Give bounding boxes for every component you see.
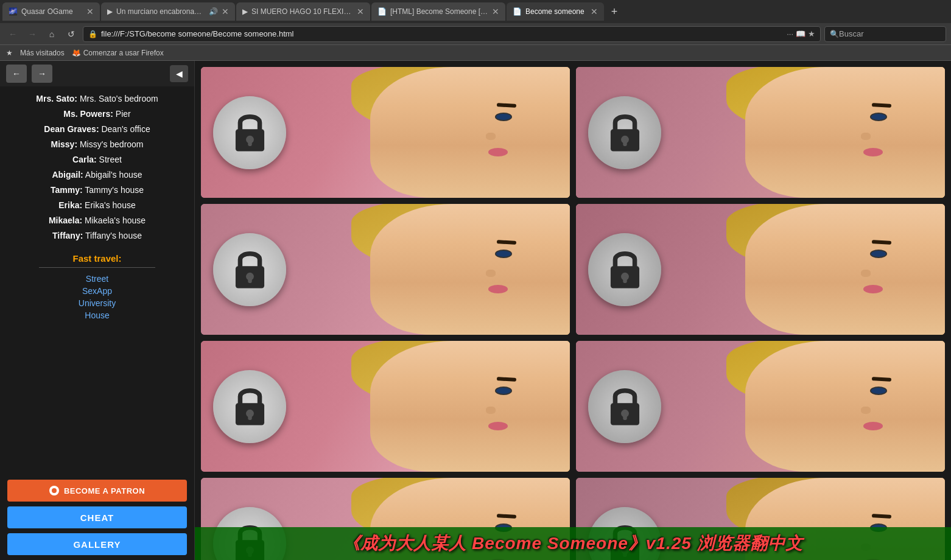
tab-close[interactable]: ✕ — [357, 7, 364, 16]
eyebrow-4 — [872, 240, 891, 245]
eye-4 — [870, 250, 887, 258]
bookmark-label: Más visitados — [20, 49, 65, 57]
location-item[interactable]: Mrs. Sato: Mrs. Sato's bedroom — [0, 91, 194, 107]
location-name: Tiffany: — [52, 231, 83, 240]
sidebar-collapse-button[interactable]: ◀ — [170, 65, 188, 82]
lock-circle-1 — [213, 96, 286, 169]
forward-button[interactable]: → — [24, 26, 40, 42]
tab-close[interactable]: ✕ — [591, 7, 598, 16]
partial-face-1 — [370, 67, 570, 198]
nose-3 — [486, 270, 496, 277]
game-card-3[interactable] — [201, 204, 570, 335]
sidebar-buttons: BECOME A PATRON CHEAT GALLERY — [0, 475, 194, 560]
lips-5 — [488, 422, 508, 430]
partial-face-2 — [745, 67, 945, 198]
lips-2 — [863, 148, 883, 156]
address-bar[interactable]: 🔒 file:///F:/STG/become someone/Become s… — [83, 26, 821, 42]
address-more-icon[interactable]: ··· — [787, 29, 793, 38]
become-patron-button[interactable]: BECOME A PATRON — [7, 480, 187, 502]
location-item[interactable]: Erika: Erika's house — [0, 198, 194, 213]
location-item[interactable]: Tammy: Tammy's house — [0, 183, 194, 198]
patron-dot — [52, 488, 57, 493]
address-bookmark-icon[interactable]: ★ — [808, 29, 815, 38]
eye-1 — [495, 113, 512, 121]
nose-5 — [486, 407, 496, 414]
lock-icon-2 — [605, 110, 645, 155]
sidebar-scroll-area: Mrs. Sato: Mrs. Sato's bedroom Ms. Power… — [0, 86, 194, 475]
fast-travel-title: Fast travel: — [0, 253, 194, 264]
sidebar-back-button[interactable]: ← — [6, 65, 27, 83]
location-item[interactable]: Ms. Powers: Pier — [0, 107, 194, 122]
eyebrow-3 — [497, 240, 516, 245]
tab-become-someone[interactable]: 📄 Become someone ✕ — [507, 2, 604, 21]
tab-favicon: 📄 — [513, 7, 522, 16]
location-item[interactable]: Missy: Missy's bedroom — [0, 137, 194, 152]
location-item[interactable]: Carla: Street — [0, 152, 194, 167]
lips-6 — [863, 422, 883, 430]
new-tab-button[interactable]: + — [605, 2, 623, 21]
address-text: file:///F:/STG/become someone/Become som… — [101, 29, 783, 38]
lips-4 — [863, 285, 883, 293]
location-item[interactable]: Mikaela: Mikaela's house — [0, 213, 194, 228]
sidebar-forward-button[interactable]: → — [32, 65, 52, 83]
back-button[interactable]: ← — [5, 26, 21, 42]
sidebar: ← → ◀ Mrs. Sato: Mrs. Sato's bedroom Ms.… — [0, 61, 195, 560]
fast-travel-sexapp[interactable]: SexApp — [0, 285, 194, 297]
tab-close[interactable]: ✕ — [86, 7, 94, 16]
eyebrow-6 — [872, 377, 891, 382]
game-card-6[interactable] — [576, 341, 945, 472]
tab-label: Un murciano encabronao el... — [116, 7, 205, 16]
lips-1 — [488, 148, 508, 156]
eye-5 — [495, 387, 512, 395]
location-name: Abigail: — [52, 170, 83, 180]
cheat-button[interactable]: CHEAT — [7, 506, 187, 528]
home-button[interactable]: ⌂ — [44, 26, 60, 42]
tab-close[interactable]: ✕ — [222, 7, 229, 16]
browser-chrome: 🌌 Quasar OGame ✕ ▶ Un murciano encabrona… — [0, 0, 951, 61]
fast-travel-section: Fast travel: Street SexApp University Ho… — [0, 253, 194, 321]
eye-6 — [870, 387, 887, 395]
firefox-icon: 🦊 — [72, 49, 81, 57]
game-card-5[interactable] — [201, 341, 570, 472]
tab-html-become[interactable]: 📄 [HTML] Become Someone [v0... ✕ — [371, 2, 505, 21]
fast-travel-street[interactable]: Street — [0, 273, 194, 285]
game-card-1[interactable] — [201, 67, 570, 198]
gallery-button[interactable]: GALLERY — [7, 533, 187, 555]
nav-bar: ← → ⌂ ↺ 🔒 file:///F:/STG/become someone/… — [0, 23, 951, 45]
tab-favicon: 📄 — [377, 7, 387, 16]
partial-face-6 — [745, 341, 945, 472]
tab-favicon: ▶ — [242, 7, 248, 16]
tab-volume-icon: 🔊 — [209, 7, 218, 16]
location-name: Erika: — [58, 200, 82, 210]
fast-travel-university[interactable]: University — [0, 297, 194, 309]
bookmark-firefox[interactable]: 🦊 Comenzar a usar Firefox — [72, 49, 164, 57]
nose-4 — [861, 270, 871, 277]
location-place: Tammy's house — [85, 185, 144, 195]
location-item[interactable]: Dean Graves: Dean's office — [0, 122, 194, 137]
tab-murciano[interactable]: ▶ Un murciano encabronao el... 🔊 ✕ — [101, 2, 235, 21]
search-bar[interactable]: 🔍 Buscar — [824, 26, 946, 42]
refresh-button[interactable]: ↺ — [63, 26, 79, 42]
lock-circle-2 — [588, 96, 661, 169]
svg-rect-11 — [623, 276, 626, 283]
lock-icon-3 — [230, 247, 270, 292]
search-placeholder-text: Buscar — [839, 29, 863, 38]
main-content: ← → ◀ Mrs. Sato: Mrs. Sato's bedroom Ms.… — [0, 61, 951, 560]
eyebrow-2 — [872, 103, 891, 108]
lock-circle-5 — [213, 370, 286, 443]
game-card-2[interactable] — [576, 67, 945, 198]
tab-simuero[interactable]: ▶ SI MUERO HAGO 10 FLEXIONE... ✕ — [236, 2, 370, 21]
game-card-4[interactable] — [576, 204, 945, 335]
location-item[interactable]: Tiffany: Tiffany's house — [0, 228, 194, 243]
location-place: Erika's house — [85, 200, 136, 210]
svg-rect-14 — [248, 413, 251, 420]
game-area — [195, 61, 951, 560]
tab-close[interactable]: ✕ — [492, 7, 499, 16]
eyebrow-5 — [497, 377, 516, 382]
bookmark-mas-visitados[interactable]: Más visitados — [20, 49, 65, 57]
location-item[interactable]: Abigail: Abigail's house — [0, 167, 194, 183]
address-reading-icon[interactable]: 📖 — [796, 29, 805, 38]
search-icon: 🔍 — [830, 30, 839, 38]
tab-quasar[interactable]: 🌌 Quasar OGame ✕ — [2, 2, 100, 21]
fast-travel-house[interactable]: House — [0, 309, 194, 321]
